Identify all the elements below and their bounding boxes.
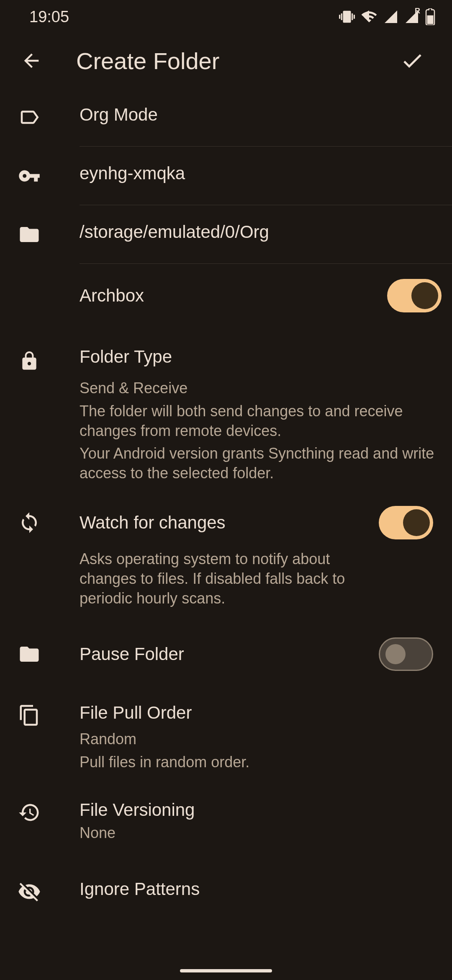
visibility-off-icon: [17, 879, 42, 904]
back-button[interactable]: [17, 46, 46, 75]
pull-order-row[interactable]: File Pull Order Random Pull files in ran…: [0, 688, 452, 787]
ignore-patterns-row[interactable]: Ignore Patterns: [0, 856, 452, 928]
folder-label-value: Org Mode: [80, 105, 435, 125]
nav-handle[interactable]: [180, 969, 272, 972]
sync-icon: [17, 510, 42, 535]
pause-folder-row[interactable]: Pause Folder: [0, 621, 452, 688]
watch-changes-toggle[interactable]: [379, 506, 433, 539]
device-archbox-toggle[interactable]: [387, 279, 442, 312]
folder-type-value: Send & Receive: [80, 379, 435, 398]
versioning-value: None: [80, 823, 435, 843]
versioning-row[interactable]: File Versioning None: [0, 787, 452, 856]
wifi-icon: [361, 8, 378, 25]
lock-icon: [17, 348, 42, 374]
folder-type-row[interactable]: Folder Type Send & Receive The folder wi…: [0, 328, 452, 496]
arrow-back-icon: [21, 50, 42, 72]
app-bar: Create Folder: [0, 34, 452, 88]
copy-icon: [17, 703, 42, 728]
signal-icon-2: R: [404, 9, 419, 24]
device-name: Archbox: [80, 286, 387, 306]
folder-label-row[interactable]: Org Mode: [0, 88, 452, 147]
page-title: Create Folder: [76, 47, 398, 75]
device-archbox-row[interactable]: Archbox: [0, 264, 452, 328]
signal-icon-1: [383, 9, 398, 24]
battery-icon: [425, 8, 435, 25]
folder-type-desc2: Your Android version grants Syncthing re…: [80, 444, 435, 483]
pause-folder-title: Pause Folder: [80, 644, 375, 664]
pull-order-desc: Pull files in random order.: [80, 753, 435, 772]
watch-changes-row[interactable]: Watch for changes Asks operating system …: [0, 496, 452, 621]
pull-order-value: Random: [80, 730, 435, 749]
content: Org Mode eynhg-xmqka /storage/emulated/0…: [0, 88, 452, 928]
folder-id-row[interactable]: eynhg-xmqka: [0, 147, 452, 205]
folder-icon-2: [17, 642, 42, 667]
versioning-title: File Versioning: [80, 800, 435, 820]
status-time: 19:05: [29, 8, 69, 26]
ignore-patterns-title: Ignore Patterns: [80, 879, 435, 899]
status-bar: 19:05 R: [0, 0, 452, 34]
folder-path-value: /storage/emulated/0/Org: [80, 222, 435, 242]
key-icon: [17, 163, 42, 188]
pull-order-title: File Pull Order: [80, 703, 435, 723]
status-icons: R: [339, 8, 435, 25]
vibrate-icon: [339, 9, 355, 25]
watch-changes-desc: Asks operating system to notify about ch…: [80, 549, 433, 608]
check-icon: [400, 49, 424, 73]
watch-changes-title: Watch for changes: [80, 513, 379, 533]
folder-path-row[interactable]: /storage/emulated/0/Org: [0, 205, 452, 264]
pause-folder-toggle[interactable]: [379, 637, 433, 671]
folder-id-value: eynhg-xmqka: [80, 163, 435, 183]
folder-type-title: Folder Type: [80, 347, 435, 367]
folder-icon: [17, 222, 42, 247]
history-icon: [17, 800, 42, 825]
label-icon: [17, 105, 42, 130]
folder-type-desc1: The folder will both send changes to and…: [80, 402, 435, 441]
confirm-button[interactable]: [398, 46, 427, 75]
